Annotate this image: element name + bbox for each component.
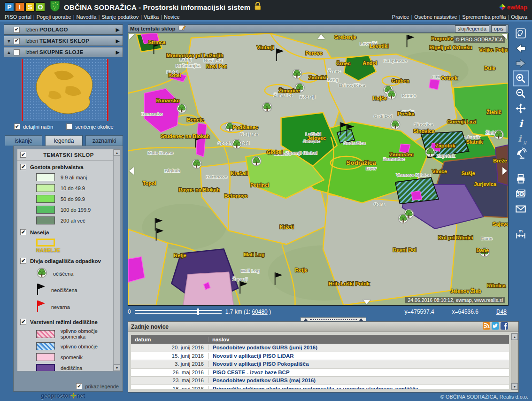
menu-link-navodila[interactable]: Navodila (77, 14, 97, 20)
news-link[interactable]: Posodobitev podatkov GURS (junij 2016) (208, 345, 509, 350)
cleaned-dump-tree-icon[interactable] (262, 102, 272, 112)
expander-icon[interactable]: ▲ (4, 50, 14, 55)
tab-legenda[interactable]: legenda (45, 135, 83, 146)
mail-icon[interactable] (514, 202, 528, 216)
pan-northeast-icon[interactable] (502, 34, 507, 39)
show-legend-checkbox[interactable] (76, 383, 82, 389)
scroll-down-icon[interactable]: ▼ (114, 364, 120, 371)
description-button[interactable]: opis (491, 25, 506, 32)
swatch-swatch (36, 206, 55, 214)
cleaned-dump-tree-icon[interactable] (177, 104, 186, 113)
pan-northwest-icon[interactable] (129, 34, 134, 39)
section-checkbox[interactable] (20, 258, 26, 264)
map-minor-label: Izver (366, 166, 377, 171)
scale-value-link[interactable]: 60480 (252, 308, 267, 315)
menu-link-odjava[interactable]: Odjava (511, 14, 527, 20)
info-group-icon[interactable]: ig (514, 131, 528, 146)
view-3d-icon[interactable]: 3D (514, 187, 528, 201)
info-icon[interactable]: i (514, 116, 528, 131)
scroll-down-icon[interactable]: ▼ (511, 383, 518, 390)
section-checkbox[interactable] (20, 319, 26, 325)
news-link[interactable]: Priporočila občinam glede odmere nadomes… (208, 386, 509, 389)
section-checkbox[interactable] (20, 164, 26, 170)
cleaned-dump-tree-icon[interactable] (292, 69, 301, 79)
dropdown-podlago[interactable]: Izberi PODLAGO▶ (4, 24, 123, 35)
menu-link-pravice[interactable]: Pravice (392, 14, 409, 20)
news-date: 23. maj 2016 (131, 378, 208, 383)
swatch-swatch (36, 195, 55, 203)
detail-mode-checkbox[interactable] (14, 123, 20, 130)
layer-checkbox[interactable] (14, 38, 20, 44)
datum-link[interactable]: D48 (496, 308, 507, 315)
section-checkbox[interactable] (20, 229, 26, 235)
layer-checkbox[interactable] (14, 49, 20, 55)
menu-link-vizitka[interactable]: Vizitka (144, 14, 159, 20)
print-icon[interactable] (514, 172, 528, 186)
news-row: 3. junij 2016Novosti v aplikaciji PISO P… (131, 360, 509, 369)
cleaned-dump-tree-icon[interactable] (494, 130, 503, 139)
cleaned-dump-tree-icon[interactable] (425, 147, 435, 157)
news-row: 18. maj 2016Priporočila občinam glede od… (131, 385, 509, 390)
scale-slider-handle[interactable] (197, 308, 199, 315)
dropdown-tematski-sklop[interactable]: ▼Izberi TEMATSKI SKLOP▶ (4, 36, 123, 46)
history-back-icon[interactable] (514, 41, 528, 55)
scale-slider[interactable] (135, 310, 222, 314)
twitter-icon[interactable] (492, 322, 499, 332)
zoom-out-icon[interactable] (514, 86, 528, 100)
layers-legend-button[interactable]: sloji/legenda (455, 25, 489, 32)
rss-icon[interactable] (483, 322, 490, 332)
cleaned-dump-tree-icon[interactable] (232, 139, 241, 149)
measure-icon[interactable]: m (514, 227, 528, 241)
pan-south-icon[interactable] (363, 300, 370, 304)
cleaned-dump-tree-icon[interactable] (391, 120, 400, 129)
menu-link-sprememba-profila[interactable]: Sprememba profila (462, 14, 506, 20)
scroll-up-icon[interactable]: ▲ (114, 149, 120, 156)
pan-icon[interactable] (514, 101, 528, 116)
facebook-icon[interactable] (501, 322, 508, 332)
menu-link-pogoji-uporabe[interactable]: Pogoji uporabe (37, 14, 71, 20)
map-place-label: Ribnica (487, 283, 506, 288)
shading-checkbox[interactable] (66, 123, 72, 130)
news-date: 15. junij 2016 (131, 353, 208, 359)
history-forward-icon[interactable] (514, 56, 528, 70)
cleaned-dump-tree-icon[interactable] (252, 156, 261, 166)
menu-link-stanje-podatkov[interactable]: Stanje podatkov (101, 14, 139, 20)
news-link[interactable]: Novosti v aplikaciji PISO Pokopališča (208, 361, 509, 367)
geoprostor-logo[interactable]: geoprostornet (0, 393, 126, 399)
cleaned-dump-tree-icon[interactable] (192, 159, 201, 169)
zoom-in-icon[interactable] (514, 71, 528, 85)
dropdown-skupne-sloje[interactable]: ▲Izberi SKUPNE SLOJE▶ (4, 47, 123, 57)
legend-header-checkbox[interactable] (20, 152, 26, 158)
cleaned-dump-tree-icon[interactable] (387, 90, 396, 100)
legend-item: NASELJE (17, 237, 114, 254)
pan-north-icon[interactable] (317, 34, 325, 39)
news-link[interactable]: Posodobitev podatkov GURS (maj 2016) (208, 378, 509, 383)
chevron-right-icon[interactable]: ▶ (116, 38, 120, 44)
map-toolbar: iig3Dm (512, 26, 530, 242)
pan-east-icon[interactable] (502, 167, 507, 175)
chevron-right-icon[interactable]: ▶ (116, 49, 120, 55)
cleaned-dump-tree-icon[interactable] (399, 214, 408, 224)
scroll-up-icon[interactable]: ▲ (511, 333, 518, 340)
overview-map-icon[interactable] (514, 26, 528, 40)
menu-link-novice[interactable]: Novice (164, 14, 180, 20)
layer-checkbox[interactable] (14, 27, 20, 33)
map-minor-label: Male Ravne (148, 150, 174, 155)
news-date: 18. maj 2016 (131, 386, 208, 389)
menu-link-piso-portal[interactable]: PISO portal (5, 14, 31, 20)
news-link[interactable]: PISO CESTE - izvoz baze BCP (208, 370, 509, 375)
expander-icon[interactable]: ▼ (4, 39, 14, 44)
menu-link-osebne-nastavitve[interactable]: Osebne nastavitve (414, 14, 457, 20)
legend-scrollbar[interactable]: ▲ ▼ (113, 149, 120, 371)
tab-iskanje[interactable]: iskanje (5, 135, 42, 146)
chevron-right-icon[interactable]: ▶ (116, 27, 120, 33)
edit-icon[interactable] (178, 24, 186, 33)
tab-zaznamki[interactable]: zaznamki (85, 135, 123, 146)
news-link[interactable]: Novosti v aplikaciji PISO LiDAR (208, 353, 509, 359)
pan-west-icon[interactable] (129, 167, 134, 175)
gps-icon[interactable] (514, 147, 528, 161)
news-scrollbar[interactable]: ▲ ▼ (511, 333, 517, 390)
map-canvas[interactable]: BrlogNovi PotKošmanjkaKotelRunarskoMale … (128, 33, 509, 306)
overview-map-thumbnail[interactable] (21, 59, 109, 121)
detail-mode-label: detajlni način (23, 124, 53, 130)
